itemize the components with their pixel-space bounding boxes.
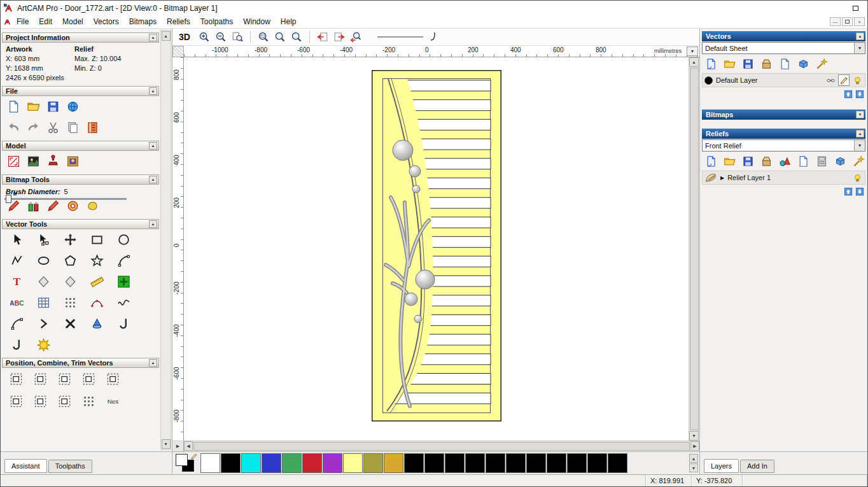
tab-assistant[interactable]: Assistant (4, 459, 47, 473)
move-layer-up-button[interactable] (843, 187, 853, 196)
relief-wizard-icon[interactable] (851, 154, 866, 168)
previous-view-icon[interactable] (315, 30, 330, 44)
vector-wizard-icon[interactable] (31, 334, 55, 355)
primary-secondary-colour[interactable] (175, 453, 198, 474)
merge-relief-icon[interactable] (759, 154, 774, 168)
new-relief-layer-icon[interactable] (795, 154, 811, 168)
interactive-trim-icon[interactable] (85, 313, 109, 334)
expand-arrow-icon[interactable]: ▶ (720, 175, 724, 181)
create-star-icon[interactable] (85, 250, 109, 271)
brush-diameter-slider[interactable] (4, 198, 127, 200)
scroll-down-button[interactable]: ▼ (162, 439, 171, 449)
scroll-right-button[interactable]: ▶ (690, 441, 699, 451)
create-polygon-icon[interactable] (58, 250, 82, 271)
trim-vectors-icon[interactable] (58, 313, 82, 334)
load-texture-icon[interactable] (63, 152, 83, 171)
vertical-scrollbar[interactable]: ▲ ▼ (689, 57, 699, 441)
bezier-editing-icon[interactable] (4, 334, 29, 355)
create-rectangle-icon[interactable] (85, 229, 109, 250)
lock-layer-icon[interactable] (825, 74, 836, 86)
palette-colour-0[interactable] (200, 453, 220, 473)
section-vector-tools[interactable]: Vector Tools ▲ (2, 219, 159, 229)
drawing-canvas[interactable] (184, 57, 689, 441)
tab-toolpaths[interactable]: Toolpaths (48, 460, 92, 473)
align-objects-icon[interactable] (4, 391, 28, 412)
scroll-left-button[interactable]: ◀ (184, 441, 193, 451)
menu-vectors[interactable]: Vectors (88, 16, 124, 27)
layer-colour-swatch[interactable] (704, 76, 713, 85)
section-file[interactable]: File ▲ (2, 86, 159, 96)
palette-colour-17[interactable] (547, 453, 566, 473)
palette-colour-2[interactable] (241, 453, 261, 473)
menu-bitmaps[interactable]: Bitmaps (124, 16, 162, 27)
pen-line-tool-icon[interactable] (376, 31, 440, 43)
fillet-icon[interactable] (111, 313, 136, 334)
save-vectors-icon[interactable] (740, 57, 755, 71)
mdi-restore-button[interactable] (842, 17, 853, 26)
section-model[interactable]: Model ▲ (2, 141, 159, 151)
palette-colour-18[interactable] (567, 453, 587, 473)
menu-model[interactable]: Model (57, 16, 88, 27)
block-copy-icon[interactable] (111, 271, 136, 292)
weld-vectors-icon[interactable] (52, 391, 76, 412)
palette-colour-14[interactable] (486, 453, 505, 473)
menu-reliefs[interactable]: Reliefs (162, 16, 195, 27)
mdi-minimize-button[interactable]: — (830, 17, 841, 26)
dropdown-arrow-icon[interactable]: ▼ (854, 43, 865, 53)
merge-vectors-icon[interactable] (759, 57, 774, 71)
measure-icon[interactable] (85, 271, 109, 292)
redo-icon[interactable] (24, 118, 43, 138)
scroll-up-button[interactable]: ▲ (689, 57, 699, 67)
layer-visibility-icon[interactable] (851, 172, 863, 183)
new-relief-icon[interactable] (703, 154, 718, 168)
scroll-up-button[interactable]: ▲ (162, 31, 171, 41)
palette-colour-12[interactable] (445, 453, 465, 473)
move-layer-down-button[interactable] (855, 187, 864, 196)
lighting-material-icon[interactable] (24, 152, 43, 171)
new-vector-layer-icon[interactable] (777, 57, 792, 71)
undo-icon[interactable] (4, 118, 24, 138)
collapse-button[interactable]: ▲ (149, 176, 157, 183)
new-model-icon[interactable] (4, 97, 24, 116)
align-left-icon[interactable] (4, 369, 28, 390)
zoom-previous-icon[interactable] (348, 30, 363, 44)
cut-icon[interactable] (43, 118, 63, 138)
mdi-close-button[interactable]: × (854, 17, 865, 26)
move-layer-up-button[interactable] (843, 89, 853, 99)
collapse-button[interactable]: ▲ (149, 87, 157, 95)
dropdown-arrow-icon[interactable]: ▼ (854, 140, 865, 151)
palette-colour-16[interactable] (526, 453, 546, 473)
next-view-icon[interactable] (332, 30, 347, 44)
menu-toolpaths[interactable]: Toolpaths (195, 16, 238, 27)
zoom-window-icon[interactable] (256, 30, 271, 44)
assistant-scrollbar[interactable]: ▲ ▼ (160, 30, 171, 450)
relief-selector[interactable]: Front Relief ▼ (702, 139, 865, 152)
ruler-unit-spinner[interactable]: ▼ (687, 46, 698, 56)
palette-colour-4[interactable] (282, 453, 302, 473)
zoom-in-icon[interactable] (197, 30, 212, 44)
palette-colour-7[interactable] (343, 453, 363, 473)
combine-vectors-icon[interactable] (28, 391, 52, 412)
join-tangent-icon[interactable] (4, 313, 29, 334)
section-project-information[interactable]: Project Information ▲ (2, 32, 159, 43)
palette-colour-10[interactable] (404, 453, 424, 473)
collapse-button[interactable]: ▲ (149, 359, 157, 367)
palette-colour-11[interactable] (424, 453, 444, 473)
horizontal-scroll-thumb[interactable] (193, 442, 690, 451)
open-relief-icon[interactable] (722, 154, 737, 168)
menu-file[interactable]: File (11, 16, 34, 27)
nesting-icon[interactable] (101, 391, 125, 412)
edit-layer-icon[interactable] (838, 74, 850, 86)
sheet-selector[interactable]: Default Sheet ▼ (702, 42, 865, 54)
layer-visibility-icon[interactable] (851, 74, 863, 86)
horizontal-scrollbar[interactable]: ▶ ◀ ▶ (172, 441, 699, 451)
tab-add-in[interactable]: Add In (740, 460, 774, 473)
open-vectors-icon[interactable] (722, 57, 737, 71)
palette-colour-20[interactable] (608, 453, 627, 473)
palette-scroll-up-button[interactable]: ▲ (689, 454, 698, 463)
create-ellipse-icon[interactable] (31, 250, 55, 271)
palette-colour-6[interactable] (323, 453, 342, 473)
palette-colour-19[interactable] (587, 453, 607, 473)
space-evenly-icon[interactable] (101, 369, 125, 390)
menu-window[interactable]: Window (238, 16, 276, 27)
